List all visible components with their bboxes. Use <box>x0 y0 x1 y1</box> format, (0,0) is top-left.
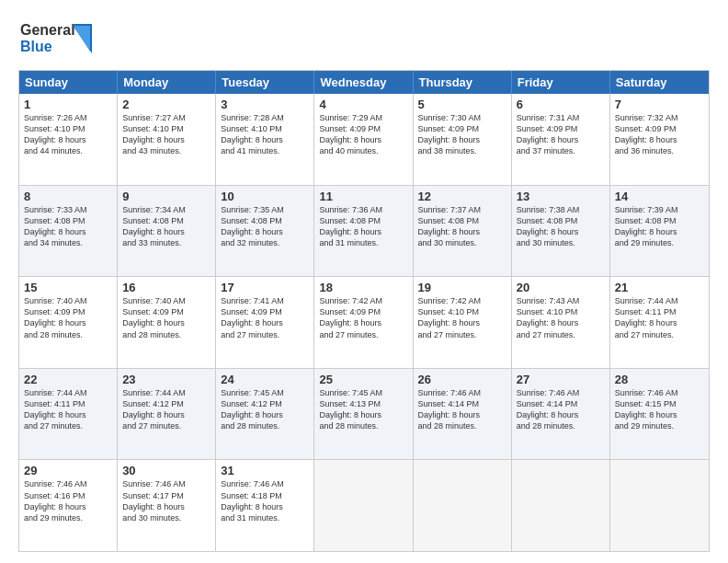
day-cell-27: 27Sunrise: 7:46 AM Sunset: 4:14 PM Dayli… <box>512 369 610 460</box>
day-number: 30 <box>122 464 210 477</box>
day-cell-empty <box>314 460 413 551</box>
day-header-tuesday: Tuesday <box>216 71 314 94</box>
day-info: Sunrise: 7:37 AM Sunset: 4:08 PM Dayligh… <box>418 204 506 249</box>
page: General Blue SundayMondayTuesdayWednesda… <box>0 0 728 563</box>
day-header-wednesday: Wednesday <box>314 71 413 94</box>
svg-text:Blue: Blue <box>20 39 52 54</box>
header: General Blue <box>18 15 710 61</box>
day-cell-11: 11Sunrise: 7:36 AM Sunset: 4:08 PM Dayli… <box>314 186 413 277</box>
day-cell-26: 26Sunrise: 7:46 AM Sunset: 4:14 PM Dayli… <box>414 369 512 460</box>
day-info: Sunrise: 7:33 AM Sunset: 4:08 PM Dayligh… <box>24 204 112 249</box>
day-number: 11 <box>319 190 407 203</box>
day-info: Sunrise: 7:42 AM Sunset: 4:10 PM Dayligh… <box>418 295 506 340</box>
day-number: 25 <box>319 373 407 386</box>
day-cell-25: 25Sunrise: 7:45 AM Sunset: 4:13 PM Dayli… <box>314 369 413 460</box>
day-header-saturday: Saturday <box>610 71 709 94</box>
day-info: Sunrise: 7:45 AM Sunset: 4:13 PM Dayligh… <box>319 387 407 432</box>
day-info: Sunrise: 7:46 AM Sunset: 4:14 PM Dayligh… <box>418 387 506 432</box>
day-number: 15 <box>24 281 112 294</box>
day-header-friday: Friday <box>512 71 610 94</box>
day-number: 31 <box>221 464 309 477</box>
day-cell-31: 31Sunrise: 7:46 AM Sunset: 4:18 PM Dayli… <box>216 460 314 551</box>
day-number: 2 <box>122 98 210 111</box>
calendar-week-4: 22Sunrise: 7:44 AM Sunset: 4:11 PM Dayli… <box>19 368 709 460</box>
day-cell-16: 16Sunrise: 7:40 AM Sunset: 4:09 PM Dayli… <box>118 277 216 368</box>
day-info: Sunrise: 7:31 AM Sunset: 4:09 PM Dayligh… <box>517 112 605 157</box>
day-number: 18 <box>319 281 407 294</box>
day-info: Sunrise: 7:27 AM Sunset: 4:10 PM Dayligh… <box>122 112 210 157</box>
day-info: Sunrise: 7:26 AM Sunset: 4:10 PM Dayligh… <box>24 112 112 157</box>
calendar-week-3: 15Sunrise: 7:40 AM Sunset: 4:09 PM Dayli… <box>19 276 709 368</box>
day-info: Sunrise: 7:34 AM Sunset: 4:08 PM Dayligh… <box>122 204 210 249</box>
svg-text:General: General <box>20 22 75 38</box>
calendar-week-5: 29Sunrise: 7:46 AM Sunset: 4:16 PM Dayli… <box>19 459 709 551</box>
day-number: 19 <box>418 281 506 294</box>
day-cell-17: 17Sunrise: 7:41 AM Sunset: 4:09 PM Dayli… <box>216 277 314 368</box>
day-number: 1 <box>24 98 112 111</box>
day-number: 5 <box>418 98 506 111</box>
day-header-thursday: Thursday <box>414 71 512 94</box>
day-cell-19: 19Sunrise: 7:42 AM Sunset: 4:10 PM Dayli… <box>414 277 512 368</box>
logo-svg: General Blue <box>18 15 101 61</box>
day-number: 16 <box>122 281 210 294</box>
day-cell-28: 28Sunrise: 7:46 AM Sunset: 4:15 PM Dayli… <box>610 369 709 460</box>
day-number: 28 <box>615 373 704 386</box>
day-cell-3: 3Sunrise: 7:28 AM Sunset: 4:10 PM Daylig… <box>216 94 314 185</box>
day-number: 24 <box>221 373 309 386</box>
day-info: Sunrise: 7:45 AM Sunset: 4:12 PM Dayligh… <box>221 387 309 432</box>
day-cell-1: 1Sunrise: 7:26 AM Sunset: 4:10 PM Daylig… <box>19 94 118 185</box>
day-info: Sunrise: 7:32 AM Sunset: 4:09 PM Dayligh… <box>615 112 704 157</box>
day-cell-22: 22Sunrise: 7:44 AM Sunset: 4:11 PM Dayli… <box>19 369 118 460</box>
day-number: 4 <box>319 98 407 111</box>
day-cell-4: 4Sunrise: 7:29 AM Sunset: 4:09 PM Daylig… <box>314 94 413 185</box>
day-cell-2: 2Sunrise: 7:27 AM Sunset: 4:10 PM Daylig… <box>118 94 216 185</box>
day-number: 10 <box>221 190 309 203</box>
day-cell-21: 21Sunrise: 7:44 AM Sunset: 4:11 PM Dayli… <box>610 277 709 368</box>
day-info: Sunrise: 7:28 AM Sunset: 4:10 PM Dayligh… <box>221 112 309 157</box>
day-cell-18: 18Sunrise: 7:42 AM Sunset: 4:09 PM Dayli… <box>314 277 413 368</box>
day-cell-13: 13Sunrise: 7:38 AM Sunset: 4:08 PM Dayli… <box>512 186 610 277</box>
day-cell-6: 6Sunrise: 7:31 AM Sunset: 4:09 PM Daylig… <box>512 94 610 185</box>
day-info: Sunrise: 7:39 AM Sunset: 4:08 PM Dayligh… <box>615 204 704 249</box>
day-number: 23 <box>122 373 210 386</box>
calendar: SundayMondayTuesdayWednesdayThursdayFrid… <box>18 70 710 552</box>
day-number: 7 <box>615 98 704 111</box>
logo: General Blue <box>18 15 101 61</box>
day-cell-empty <box>414 460 512 551</box>
day-info: Sunrise: 7:46 AM Sunset: 4:16 PM Dayligh… <box>24 478 112 523</box>
day-cell-24: 24Sunrise: 7:45 AM Sunset: 4:12 PM Dayli… <box>216 369 314 460</box>
day-info: Sunrise: 7:46 AM Sunset: 4:15 PM Dayligh… <box>615 387 704 432</box>
day-cell-30: 30Sunrise: 7:46 AM Sunset: 4:17 PM Dayli… <box>118 460 216 551</box>
day-info: Sunrise: 7:44 AM Sunset: 4:11 PM Dayligh… <box>24 387 112 432</box>
day-header-sunday: Sunday <box>19 71 118 94</box>
day-number: 29 <box>24 464 112 477</box>
calendar-week-2: 8Sunrise: 7:33 AM Sunset: 4:08 PM Daylig… <box>19 185 709 277</box>
day-info: Sunrise: 7:46 AM Sunset: 4:18 PM Dayligh… <box>221 478 309 523</box>
day-number: 21 <box>615 281 704 294</box>
day-number: 12 <box>418 190 506 203</box>
day-cell-14: 14Sunrise: 7:39 AM Sunset: 4:08 PM Dayli… <box>610 186 709 277</box>
day-info: Sunrise: 7:41 AM Sunset: 4:09 PM Dayligh… <box>221 295 309 340</box>
day-number: 26 <box>418 373 506 386</box>
day-number: 6 <box>517 98 605 111</box>
day-cell-29: 29Sunrise: 7:46 AM Sunset: 4:16 PM Dayli… <box>19 460 118 551</box>
day-number: 9 <box>122 190 210 203</box>
calendar-body: 1Sunrise: 7:26 AM Sunset: 4:10 PM Daylig… <box>19 94 709 551</box>
day-info: Sunrise: 7:46 AM Sunset: 4:17 PM Dayligh… <box>122 478 210 523</box>
day-cell-empty <box>610 460 709 551</box>
day-info: Sunrise: 7:35 AM Sunset: 4:08 PM Dayligh… <box>221 204 309 249</box>
calendar-week-1: 1Sunrise: 7:26 AM Sunset: 4:10 PM Daylig… <box>19 94 709 185</box>
day-info: Sunrise: 7:36 AM Sunset: 4:08 PM Dayligh… <box>319 204 407 249</box>
day-number: 27 <box>517 373 605 386</box>
day-number: 13 <box>517 190 605 203</box>
day-cell-15: 15Sunrise: 7:40 AM Sunset: 4:09 PM Dayli… <box>19 277 118 368</box>
day-header-monday: Monday <box>118 71 216 94</box>
day-number: 14 <box>615 190 704 203</box>
day-cell-8: 8Sunrise: 7:33 AM Sunset: 4:08 PM Daylig… <box>19 186 118 277</box>
day-info: Sunrise: 7:44 AM Sunset: 4:11 PM Dayligh… <box>615 295 704 340</box>
day-info: Sunrise: 7:30 AM Sunset: 4:09 PM Dayligh… <box>418 112 506 157</box>
day-info: Sunrise: 7:40 AM Sunset: 4:09 PM Dayligh… <box>24 295 112 340</box>
day-info: Sunrise: 7:40 AM Sunset: 4:09 PM Dayligh… <box>122 295 210 340</box>
day-cell-10: 10Sunrise: 7:35 AM Sunset: 4:08 PM Dayli… <box>216 186 314 277</box>
calendar-header: SundayMondayTuesdayWednesdayThursdayFrid… <box>19 71 709 94</box>
